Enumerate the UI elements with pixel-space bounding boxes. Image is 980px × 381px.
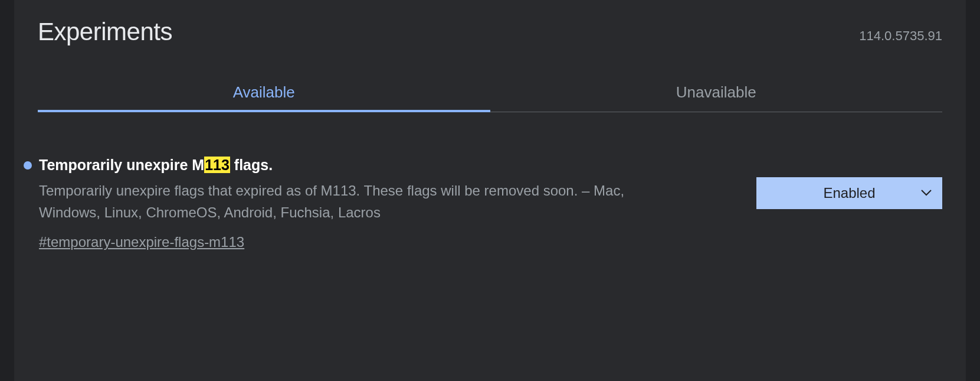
search-highlight: 113 — [204, 157, 230, 173]
flag-info: Temporarily unexpire M113 flags. Tempora… — [20, 157, 733, 250]
flag-select-value: Enabled — [823, 185, 875, 201]
flag-title: Temporarily unexpire M113 flags. — [39, 157, 273, 174]
tab-unavailable[interactable]: Unavailable — [490, 73, 943, 112]
flag-title-row: Temporarily unexpire M113 flags. — [20, 157, 733, 174]
chevron-down-icon — [921, 190, 932, 197]
version-label: 114.0.5735.91 — [859, 28, 942, 44]
flag-anchor-link[interactable]: #temporary-unexpire-flags-m113 — [20, 234, 733, 250]
flag-title-suffix: flags. — [230, 157, 273, 173]
tab-available[interactable]: Available — [38, 73, 490, 112]
flag-item: Temporarily unexpire M113 flags. Tempora… — [20, 157, 942, 250]
modified-indicator-icon — [24, 161, 32, 170]
page-title: Experiments — [38, 18, 172, 46]
tabs-bar: Available Unavailable — [38, 73, 942, 112]
flag-title-prefix: Temporarily unexpire M — [39, 157, 204, 173]
flag-description: Temporarily unexpire flags that expired … — [20, 180, 640, 223]
flag-select-wrapper: Enabled — [756, 177, 942, 209]
flag-state-select[interactable]: Enabled — [756, 177, 942, 209]
page-header: Experiments 114.0.5735.91 — [14, 0, 966, 46]
flags-content: Temporarily unexpire M113 flags. Tempora… — [14, 112, 966, 250]
experiments-page: Experiments 114.0.5735.91 Available Unav… — [14, 0, 966, 381]
